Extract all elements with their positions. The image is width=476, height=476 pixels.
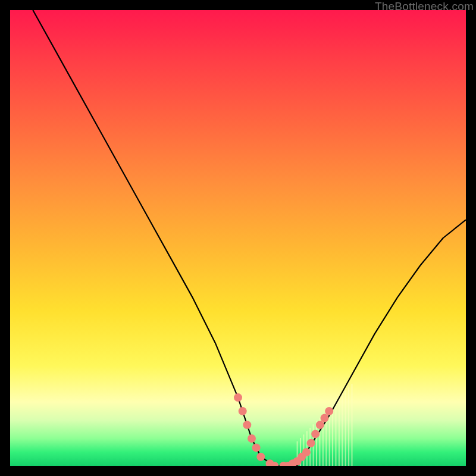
- highlight-dot: [234, 393, 242, 402]
- highlight-dot: [239, 407, 247, 415]
- highlight-dot: [316, 421, 324, 429]
- highlight-dot: [302, 448, 311, 456]
- chart-frame: TheBottleneck.com: [0, 0, 476, 476]
- bottleneck-curve: [33, 10, 466, 466]
- highlight-dot: [325, 407, 333, 415]
- watermark-text: TheBottleneck.com: [375, 0, 474, 13]
- highlight-dot: [243, 421, 251, 429]
- highlight-dot: [248, 434, 256, 443]
- plot-area: [10, 10, 466, 466]
- highlight-dot: [307, 439, 315, 447]
- highlight-dot: [252, 443, 261, 452]
- chart-svg: [10, 10, 466, 466]
- highlight-dot: [311, 430, 320, 438]
- highlight-dot: [321, 414, 329, 422]
- curve-group: [33, 10, 466, 466]
- highlight-dot: [256, 453, 265, 461]
